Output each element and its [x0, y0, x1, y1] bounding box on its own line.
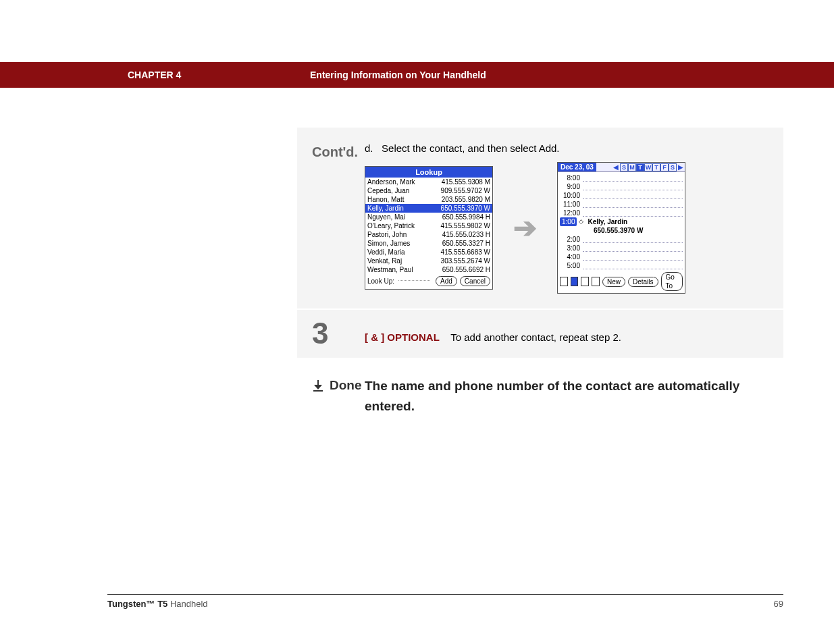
new-button[interactable]: New	[602, 277, 625, 287]
contd-content: d. Select the contact, and then select A…	[365, 128, 783, 308]
calendar-body: 8:009:0010:0011:0012:001:00◇Kelly, Jardi…	[558, 172, 685, 270]
calendar-date[interactable]: Dec 23, 03	[558, 163, 596, 171]
section-title: Entering Information on Your Handheld	[310, 70, 486, 80]
time-slot[interactable]: 4:00	[560, 252, 683, 261]
lookup-row[interactable]: Hanon, Matt203.555.9820 M	[365, 195, 492, 204]
day-cell[interactable]: S	[620, 163, 628, 171]
lookup-label: Look Up:	[367, 277, 394, 285]
lookup-row[interactable]: Veddi, Maria415.555.6683 W	[365, 248, 492, 257]
lookup-row[interactable]: Pastori, John415.555.0233 H	[365, 230, 492, 239]
day-view-icon[interactable]	[571, 277, 579, 286]
contd-label: Cont'd.	[297, 128, 365, 308]
day-cell[interactable]: W	[644, 163, 652, 171]
steps-panel: Cont'd. d. Select the contact, and then …	[297, 128, 783, 432]
chapter-header: CHAPTER 4 Entering Information on Your H…	[0, 62, 834, 88]
lookup-row[interactable]: Venkat, Raj303.555.2674 W	[365, 257, 492, 265]
month-view-icon[interactable]	[592, 277, 600, 286]
instruction-text: Select the contact, and then select Add.	[382, 142, 560, 154]
day-cell[interactable]: T	[636, 163, 644, 171]
details-button[interactable]: Details	[628, 277, 658, 287]
day-cell[interactable]: T	[652, 163, 660, 171]
day-cell[interactable]: F	[660, 163, 669, 171]
time-slot[interactable]: 8:00	[560, 173, 683, 182]
screenshots-row: Lookup Anderson, Mark415.555.9308 MCeped…	[365, 162, 768, 294]
event-slot[interactable]: 1:00◇Kelly, Jardin	[560, 217, 683, 226]
time-slot[interactable]: 5:00	[560, 261, 683, 270]
lookup-row[interactable]: Cepeda, Juan909.555.9702 W	[365, 186, 492, 195]
next-week-icon[interactable]: ▶	[677, 163, 685, 171]
calendar-screenshot: Dec 23, 03 ◀ SMTWTFS ▶ 8:009:0010:0011:0…	[557, 162, 685, 294]
done-label: Done	[330, 378, 362, 393]
instruction-line: d. Select the contact, and then select A…	[365, 142, 768, 154]
lookup-screenshot: Lookup Anderson, Mark415.555.9308 MCeped…	[365, 166, 493, 290]
calendar-header: Dec 23, 03 ◀ SMTWTFS ▶	[558, 163, 685, 172]
lookup-row[interactable]: Anderson, Mark415.555.9308 M	[365, 178, 492, 186]
product-name: Tungsten™ T5 Handheld	[107, 599, 208, 609]
week-view-icon[interactable]	[581, 277, 589, 286]
instruction-letter: d.	[365, 142, 373, 154]
product-bold: Tungsten™ T5	[107, 599, 167, 609]
day-cell[interactable]: S	[669, 163, 677, 171]
lookup-title: Lookup	[365, 167, 492, 178]
lookup-row[interactable]: Simon, James650.555.3327 H	[365, 239, 492, 248]
day-cell[interactable]: M	[628, 163, 636, 171]
goto-button[interactable]: Go To	[661, 272, 683, 291]
time-slot[interactable]: 11:00	[560, 200, 683, 209]
event-phone-line: 650.555.3970 W	[560, 226, 683, 235]
time-slot[interactable]: 9:00	[560, 182, 683, 191]
optional-text: To add another contact, repeat step 2.	[450, 331, 621, 343]
step-contd-row: Cont'd. d. Select the contact, and then …	[297, 128, 783, 310]
done-text: The name and phone number of the contact…	[365, 359, 783, 432]
time-slot[interactable]: 10:00	[560, 191, 683, 200]
lookup-row[interactable]: Kelly, Jardin650.555.3970 W	[365, 204, 492, 213]
arrow-icon: ➔	[513, 211, 537, 244]
day-picker: SMTWTFS	[620, 163, 677, 171]
time-slot[interactable]: 3:00	[560, 244, 683, 252]
agenda-view-icon[interactable]	[560, 277, 568, 286]
lookup-footer: Look Up: Add Cancel	[365, 274, 492, 289]
step-3-row: 3 [ & ] OPTIONAL To add another contact,…	[297, 310, 783, 359]
chapter-label: CHAPTER 4	[128, 70, 181, 80]
lookup-list: Anderson, Mark415.555.9308 MCepeda, Juan…	[365, 178, 492, 274]
page-footer: Tungsten™ T5 Handheld 69	[107, 594, 783, 609]
lookup-row[interactable]: Nguyen, Mai650.555.9984 H	[365, 213, 492, 221]
step-3-content: [ & ] OPTIONAL To add another contact, r…	[365, 310, 783, 358]
add-button[interactable]: Add	[436, 276, 457, 286]
done-row: Done The name and phone number of the co…	[297, 359, 783, 432]
optional-tag: [ & ] OPTIONAL	[365, 331, 440, 343]
page-number: 69	[774, 599, 783, 609]
done-label-cell: Done	[297, 359, 365, 432]
done-arrow-icon	[312, 380, 324, 392]
step-3-number: 3	[297, 310, 365, 358]
cancel-button[interactable]: Cancel	[460, 276, 490, 286]
product-rest: Handheld	[167, 599, 207, 609]
prev-week-icon[interactable]: ◀	[612, 163, 620, 171]
lookup-input-line[interactable]	[398, 280, 430, 281]
calendar-footer: New Details Go To	[558, 270, 685, 293]
lookup-row[interactable]: Westman, Paul650.555.6692 H	[365, 265, 492, 274]
lookup-row[interactable]: O'Leary, Patrick415.555.9802 W	[365, 221, 492, 230]
time-slot[interactable]: 12:00	[560, 209, 683, 217]
time-slot[interactable]: 2:00	[560, 235, 683, 244]
